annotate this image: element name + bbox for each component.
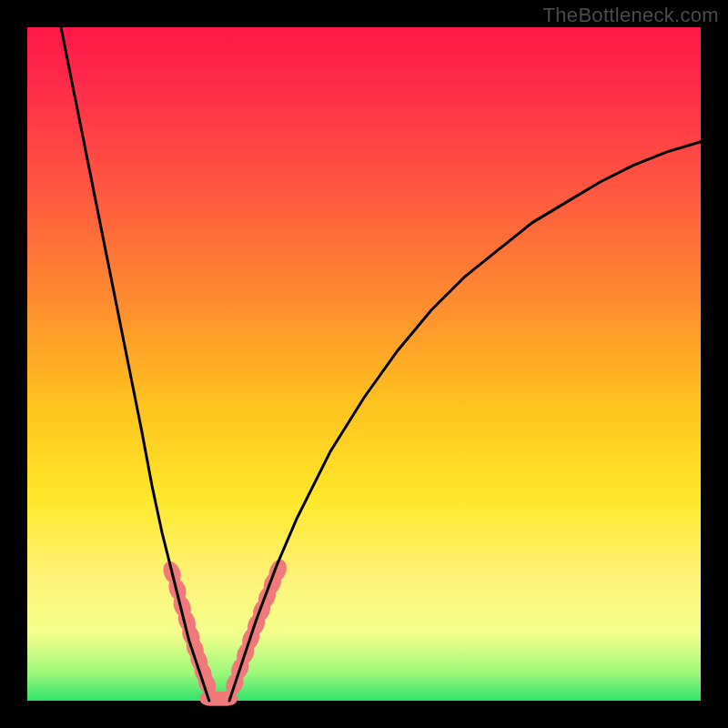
watermark-text: TheBottleneck.com	[543, 4, 719, 27]
accent-dot	[216, 692, 238, 706]
chart-frame: TheBottleneck.com	[0, 0, 728, 728]
chart-svg	[27, 27, 701, 701]
curve-right-branch	[229, 142, 701, 701]
chart-plot-area	[27, 27, 701, 701]
